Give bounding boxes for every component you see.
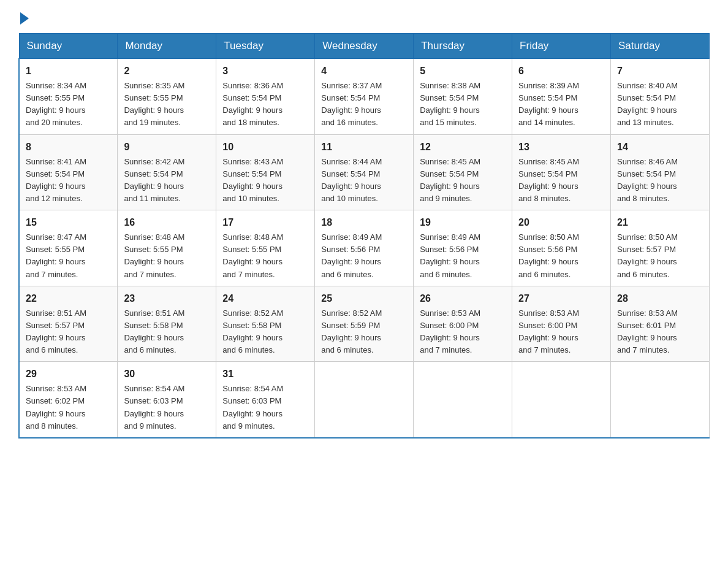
calendar-cell: 22Sunrise: 8:51 AMSunset: 5:57 PMDayligh… <box>19 286 118 362</box>
day-info: Sunrise: 8:46 AMSunset: 5:54 PMDaylight:… <box>617 156 703 205</box>
day-info: Sunrise: 8:40 AMSunset: 5:54 PMDaylight:… <box>617 80 703 129</box>
calendar-cell <box>315 362 414 438</box>
day-info: Sunrise: 8:36 AMSunset: 5:54 PMDaylight:… <box>222 80 308 129</box>
calendar-cell: 11Sunrise: 8:44 AMSunset: 5:54 PMDayligh… <box>315 134 414 210</box>
calendar-table: SundayMondayTuesdayWednesdayThursdayFrid… <box>18 33 710 439</box>
day-number: 21 <box>617 215 703 230</box>
calendar-week-3: 15Sunrise: 8:47 AMSunset: 5:55 PMDayligh… <box>19 210 710 286</box>
day-number: 19 <box>420 215 506 230</box>
calendar-cell: 20Sunrise: 8:50 AMSunset: 5:56 PMDayligh… <box>512 210 611 286</box>
day-number: 9 <box>124 140 210 155</box>
calendar-cell: 16Sunrise: 8:48 AMSunset: 5:55 PMDayligh… <box>118 210 216 286</box>
calendar-cell: 5Sunrise: 8:38 AMSunset: 5:54 PMDaylight… <box>414 59 512 135</box>
header-sunday: Sunday <box>19 34 118 59</box>
day-number: 29 <box>26 367 111 381</box>
day-number: 31 <box>222 367 308 381</box>
day-info: Sunrise: 8:54 AMSunset: 6:03 PMDaylight:… <box>124 383 210 432</box>
page-header <box>18 12 710 27</box>
day-info: Sunrise: 8:34 AMSunset: 5:55 PMDaylight:… <box>26 80 111 129</box>
day-info: Sunrise: 8:53 AMSunset: 6:01 PMDaylight:… <box>617 307 703 357</box>
calendar-cell: 8Sunrise: 8:41 AMSunset: 5:54 PMDaylight… <box>19 134 118 210</box>
header-friday: Friday <box>512 34 611 59</box>
day-number: 15 <box>26 215 111 230</box>
day-info: Sunrise: 8:53 AMSunset: 6:00 PMDaylight:… <box>420 307 506 357</box>
day-number: 7 <box>617 64 703 79</box>
day-info: Sunrise: 8:53 AMSunset: 6:00 PMDaylight:… <box>518 307 604 357</box>
day-info: Sunrise: 8:45 AMSunset: 5:54 PMDaylight:… <box>518 156 604 205</box>
header-wednesday: Wednesday <box>315 34 414 59</box>
calendar-week-5: 29Sunrise: 8:53 AMSunset: 6:02 PMDayligh… <box>19 362 710 438</box>
day-number: 24 <box>222 291 308 306</box>
calendar-cell: 4Sunrise: 8:37 AMSunset: 5:54 PMDaylight… <box>315 59 414 135</box>
day-number: 20 <box>518 215 604 230</box>
calendar-cell <box>512 362 611 438</box>
day-info: Sunrise: 8:54 AMSunset: 6:03 PMDaylight:… <box>222 383 308 432</box>
day-info: Sunrise: 8:45 AMSunset: 5:54 PMDaylight:… <box>420 156 506 205</box>
calendar-cell: 29Sunrise: 8:53 AMSunset: 6:02 PMDayligh… <box>19 362 118 438</box>
day-info: Sunrise: 8:39 AMSunset: 5:54 PMDaylight:… <box>518 80 604 129</box>
day-number: 1 <box>26 64 111 79</box>
calendar-week-1: 1Sunrise: 8:34 AMSunset: 5:55 PMDaylight… <box>19 59 710 135</box>
calendar-cell: 15Sunrise: 8:47 AMSunset: 5:55 PMDayligh… <box>19 210 118 286</box>
day-info: Sunrise: 8:51 AMSunset: 5:57 PMDaylight:… <box>26 307 111 357</box>
calendar-cell: 3Sunrise: 8:36 AMSunset: 5:54 PMDaylight… <box>216 59 315 135</box>
calendar-cell: 21Sunrise: 8:50 AMSunset: 5:57 PMDayligh… <box>611 210 710 286</box>
day-info: Sunrise: 8:52 AMSunset: 5:59 PMDaylight:… <box>321 307 407 357</box>
day-number: 14 <box>617 140 703 155</box>
logo <box>18 12 29 27</box>
calendar-cell <box>414 362 512 438</box>
day-number: 22 <box>26 291 111 306</box>
day-info: Sunrise: 8:44 AMSunset: 5:54 PMDaylight:… <box>321 156 407 205</box>
calendar-week-4: 22Sunrise: 8:51 AMSunset: 5:57 PMDayligh… <box>19 286 710 362</box>
day-number: 30 <box>124 367 210 381</box>
day-info: Sunrise: 8:48 AMSunset: 5:55 PMDaylight:… <box>222 231 308 281</box>
calendar-cell: 1Sunrise: 8:34 AMSunset: 5:55 PMDaylight… <box>19 59 118 135</box>
calendar-cell <box>611 362 710 438</box>
calendar-cell: 30Sunrise: 8:54 AMSunset: 6:03 PMDayligh… <box>118 362 216 438</box>
calendar-cell: 18Sunrise: 8:49 AMSunset: 5:56 PMDayligh… <box>315 210 414 286</box>
calendar-cell: 27Sunrise: 8:53 AMSunset: 6:00 PMDayligh… <box>512 286 611 362</box>
day-number: 11 <box>321 140 407 155</box>
day-info: Sunrise: 8:43 AMSunset: 5:54 PMDaylight:… <box>222 156 308 205</box>
header-tuesday: Tuesday <box>216 34 315 59</box>
day-info: Sunrise: 8:49 AMSunset: 5:56 PMDaylight:… <box>420 231 506 281</box>
day-info: Sunrise: 8:50 AMSunset: 5:56 PMDaylight:… <box>518 231 604 281</box>
day-number: 10 <box>222 140 308 155</box>
calendar-cell: 2Sunrise: 8:35 AMSunset: 5:55 PMDaylight… <box>118 59 216 135</box>
calendar-week-2: 8Sunrise: 8:41 AMSunset: 5:54 PMDaylight… <box>19 134 710 210</box>
day-number: 3 <box>222 64 308 79</box>
day-info: Sunrise: 8:41 AMSunset: 5:54 PMDaylight:… <box>26 156 111 205</box>
calendar-cell: 6Sunrise: 8:39 AMSunset: 5:54 PMDaylight… <box>512 59 611 135</box>
calendar-header-row: SundayMondayTuesdayWednesdayThursdayFrid… <box>19 34 710 59</box>
day-number: 18 <box>321 215 407 230</box>
calendar-cell: 10Sunrise: 8:43 AMSunset: 5:54 PMDayligh… <box>216 134 315 210</box>
day-number: 28 <box>617 291 703 306</box>
day-info: Sunrise: 8:38 AMSunset: 5:54 PMDaylight:… <box>420 80 506 129</box>
header-saturday: Saturday <box>611 34 710 59</box>
day-number: 4 <box>321 64 407 79</box>
day-info: Sunrise: 8:48 AMSunset: 5:55 PMDaylight:… <box>124 231 210 281</box>
calendar-cell: 14Sunrise: 8:46 AMSunset: 5:54 PMDayligh… <box>611 134 710 210</box>
day-info: Sunrise: 8:35 AMSunset: 5:55 PMDaylight:… <box>124 80 210 129</box>
calendar-cell: 26Sunrise: 8:53 AMSunset: 6:00 PMDayligh… <box>414 286 512 362</box>
day-number: 2 <box>124 64 210 79</box>
day-info: Sunrise: 8:42 AMSunset: 5:54 PMDaylight:… <box>124 156 210 205</box>
day-info: Sunrise: 8:52 AMSunset: 5:58 PMDaylight:… <box>222 307 308 357</box>
calendar-cell: 9Sunrise: 8:42 AMSunset: 5:54 PMDaylight… <box>118 134 216 210</box>
calendar-cell: 31Sunrise: 8:54 AMSunset: 6:03 PMDayligh… <box>216 362 315 438</box>
day-info: Sunrise: 8:49 AMSunset: 5:56 PMDaylight:… <box>321 231 407 281</box>
day-number: 25 <box>321 291 407 306</box>
header-monday: Monday <box>118 34 216 59</box>
day-number: 26 <box>420 291 506 306</box>
calendar-cell: 25Sunrise: 8:52 AMSunset: 5:59 PMDayligh… <box>315 286 414 362</box>
calendar-cell: 24Sunrise: 8:52 AMSunset: 5:58 PMDayligh… <box>216 286 315 362</box>
day-info: Sunrise: 8:53 AMSunset: 6:02 PMDaylight:… <box>26 383 111 432</box>
day-number: 13 <box>518 140 604 155</box>
calendar-cell: 7Sunrise: 8:40 AMSunset: 5:54 PMDaylight… <box>611 59 710 135</box>
calendar-cell: 28Sunrise: 8:53 AMSunset: 6:01 PMDayligh… <box>611 286 710 362</box>
calendar-cell: 23Sunrise: 8:51 AMSunset: 5:58 PMDayligh… <box>118 286 216 362</box>
header-thursday: Thursday <box>414 34 512 59</box>
day-info: Sunrise: 8:47 AMSunset: 5:55 PMDaylight:… <box>26 231 111 281</box>
day-info: Sunrise: 8:51 AMSunset: 5:58 PMDaylight:… <box>124 307 210 357</box>
day-number: 17 <box>222 215 308 230</box>
